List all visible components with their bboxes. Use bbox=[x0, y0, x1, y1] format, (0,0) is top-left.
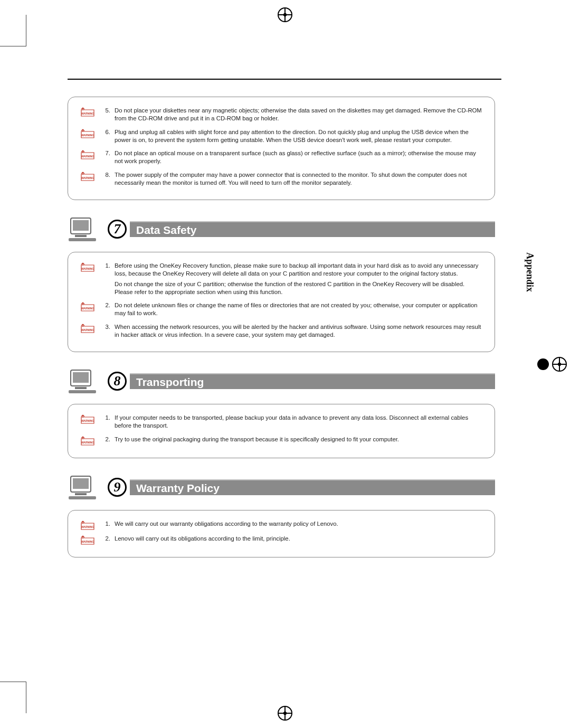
svg-text:WARNING: WARNING bbox=[81, 525, 94, 528]
svg-rect-20 bbox=[69, 496, 96, 499]
item-number: 7. bbox=[99, 149, 110, 157]
warning-item: WARNING 7. Do not place an optical mouse… bbox=[79, 149, 484, 166]
section-header-transporting: 8 Transporting bbox=[68, 368, 495, 394]
warning-item: WARNING 3. When accessing the network re… bbox=[79, 323, 484, 339]
item-text: Lenovo will carry out its obligations ac… bbox=[115, 535, 484, 543]
section-title-banner: Data Safety bbox=[130, 221, 495, 237]
warning-item: WARNING 1. If your computer needs to be … bbox=[79, 414, 484, 430]
item-text: We will carry out our warranty obligatio… bbox=[115, 520, 484, 528]
item-text: Try to use the original packaging during… bbox=[115, 436, 484, 443]
item-number: 6. bbox=[99, 128, 110, 136]
item-number: 5. bbox=[99, 107, 110, 115]
item-number: 1. bbox=[99, 520, 110, 528]
transporting-box: WARNING 1. If your computer needs to be … bbox=[68, 404, 495, 458]
warning-icon: WARNING bbox=[79, 261, 97, 271]
warranty-policy-box: WARNING 1. We will carry out our warrant… bbox=[68, 510, 495, 557]
section-title-banner: Warranty Policy bbox=[130, 479, 495, 495]
data-safety-box: WARNING 1. Before using the OneKey Recov… bbox=[68, 252, 495, 352]
item-text: When accessing the network resources, yo… bbox=[115, 323, 484, 339]
item-text: Do not delete unknown files or change th… bbox=[115, 301, 484, 318]
crop-mark bbox=[0, 15, 26, 46]
warning-icon: WARNING bbox=[79, 106, 97, 116]
section-number-circle: 7 bbox=[108, 220, 127, 239]
item-text: Do not place an optical mouse on a trans… bbox=[115, 149, 484, 166]
computer-icon bbox=[68, 216, 98, 242]
item-text: Plug and unplug all cables with slight f… bbox=[115, 128, 484, 145]
svg-rect-14 bbox=[69, 390, 96, 393]
registration-mark-icon bbox=[278, 7, 292, 22]
svg-rect-6 bbox=[75, 235, 87, 237]
section-number-circle: 8 bbox=[108, 372, 127, 391]
registration-mark-icon bbox=[552, 357, 567, 372]
warning-item: WARNING 2. Lenovo will carry out its obl… bbox=[79, 535, 484, 544]
warning-icon: WARNING bbox=[79, 170, 97, 181]
warning-item: WARNING 8. The power supply of the compu… bbox=[79, 171, 484, 187]
item-text: Do not place your diskettes near any mag… bbox=[115, 107, 484, 123]
warning-item: WARNING 5. Do not place your diskettes n… bbox=[79, 107, 484, 123]
svg-text:WARNING: WARNING bbox=[81, 155, 94, 158]
item-text: If your computer needs to be transported… bbox=[115, 414, 484, 430]
warning-item: WARNING 1. We will carry out our warrant… bbox=[79, 520, 484, 530]
svg-rect-12 bbox=[73, 372, 89, 383]
svg-text:WARNING: WARNING bbox=[81, 307, 94, 310]
computer-icon bbox=[68, 474, 98, 500]
warning-item: WARNING 1. Before using the OneKey Recov… bbox=[79, 262, 484, 296]
svg-rect-13 bbox=[75, 387, 87, 389]
warning-icon: WARNING bbox=[79, 322, 97, 333]
section-header-warranty-policy: 9 Warranty Policy bbox=[68, 474, 495, 500]
warning-icon: WARNING bbox=[79, 534, 97, 544]
warning-icon: WARNING bbox=[79, 519, 97, 530]
continued-warning-box: WARNING 5. Do not place your diskettes n… bbox=[68, 97, 495, 200]
warning-icon: WARNING bbox=[79, 148, 97, 159]
item-number: 8. bbox=[99, 171, 110, 179]
warning-item: WARNING 2. Try to use the original packa… bbox=[79, 436, 484, 445]
section-title-banner: Transporting bbox=[130, 373, 495, 389]
item-number: 1. bbox=[99, 414, 110, 422]
warning-item: WARNING 2. Do not delete unknown files o… bbox=[79, 301, 484, 318]
svg-text:WARNING: WARNING bbox=[81, 267, 94, 270]
computer-icon bbox=[68, 368, 98, 394]
svg-text:WARNING: WARNING bbox=[81, 328, 94, 332]
svg-rect-5 bbox=[73, 220, 89, 231]
registration-mark-icon bbox=[278, 706, 292, 721]
section-number-circle: 9 bbox=[108, 478, 127, 497]
crop-mark bbox=[0, 682, 26, 713]
header-rule bbox=[68, 79, 501, 80]
svg-text:WARNING: WARNING bbox=[81, 419, 94, 422]
appendix-side-label: Appendix bbox=[524, 252, 535, 292]
svg-text:WARNING: WARNING bbox=[81, 540, 94, 543]
svg-text:WARNING: WARNING bbox=[81, 441, 94, 444]
page-content: WARNING 5. Do not place your diskettes n… bbox=[68, 97, 495, 568]
registration-dot-icon bbox=[537, 358, 549, 370]
item-number: 2. bbox=[99, 436, 110, 443]
svg-rect-19 bbox=[75, 493, 87, 495]
svg-text:WARNING: WARNING bbox=[81, 112, 94, 115]
section-header-data-safety: 7 Data Safety bbox=[68, 216, 495, 242]
item-number: 2. bbox=[99, 301, 110, 309]
warning-icon: WARNING bbox=[79, 127, 97, 138]
item-number: 3. bbox=[99, 323, 110, 331]
warning-icon: WARNING bbox=[79, 300, 97, 311]
svg-rect-7 bbox=[69, 238, 96, 241]
warning-item: WARNING 6. Plug and unplug all cables wi… bbox=[79, 128, 484, 145]
item-number: 2. bbox=[99, 535, 110, 543]
svg-text:WARNING: WARNING bbox=[81, 176, 94, 179]
svg-rect-18 bbox=[73, 478, 89, 489]
warning-icon: WARNING bbox=[79, 434, 97, 445]
item-number: 1. bbox=[99, 262, 110, 270]
warning-icon: WARNING bbox=[79, 413, 97, 423]
item-text: Before using the OneKey Recovery functio… bbox=[115, 262, 484, 296]
item-text: The power supply of the computer may hav… bbox=[115, 171, 484, 187]
svg-text:WARNING: WARNING bbox=[81, 134, 94, 137]
